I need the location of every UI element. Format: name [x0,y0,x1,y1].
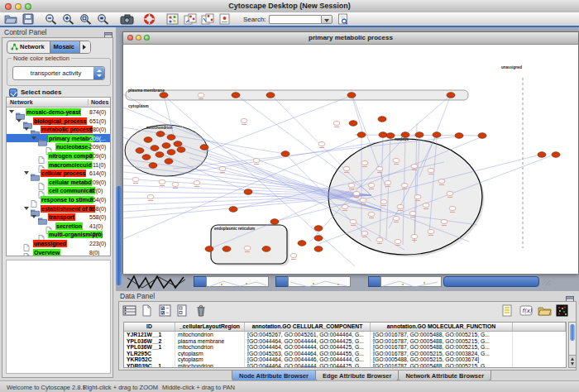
tab-overflow-arrow[interactable] [80,41,90,53]
tree-row[interactable]: macromolecule311(0) [7,160,110,170]
delete-icon[interactable] [195,304,208,317]
expander-icon[interactable] [24,207,29,210]
table-row[interactable]: YPL036W__2plasma membrane[GO:0044464, GO… [124,338,566,345]
select-nodes-checkbox[interactable] [9,88,17,97]
expander-icon[interactable] [24,127,29,131]
float-panel-icon[interactable] [566,292,574,299]
tree-row[interactable]: primary metabo209(... [7,134,110,143]
help-icon[interactable] [143,13,156,25]
table-cell: YDR039C__1 [124,363,175,368]
tree-row[interactable]: unassigned223(0) [7,239,110,248]
plugin-grid-icon[interactable] [166,13,179,25]
table-scrollbar[interactable] [568,322,577,368]
expander-icon[interactable] [17,119,22,122]
overview-window-thumbnail[interactable] [126,275,187,291]
attribute-table-icon[interactable] [122,304,136,317]
zoom-in-icon[interactable] [62,13,75,25]
status-welcome: Welcome to Cytoscape 2.8.1 [7,384,86,391]
tree-row[interactable]: biological_process651(0) [7,117,110,126]
network-overlay-b-icon[interactable] [201,13,214,25]
tree-row[interactable]: nucleobase-209(0) [7,142,110,151]
desktop-horizontal-scrollbar[interactable] [443,276,539,287]
control-panel-tabs: Network Mosaic [7,41,91,54]
file-icon [23,249,30,257]
tree-row[interactable]: cellular metabo209(0) [7,178,110,187]
expander-icon[interactable] [31,136,36,140]
unassigned-label: unassigned [501,65,522,69]
column-header[interactable]: annotation.GO CELLULAR_COMPONENT [245,323,371,331]
new-attribute-icon[interactable] [141,304,154,317]
search-field[interactable] [269,15,321,24]
minimized-window-thumbnail[interactable] [380,276,442,287]
expander-icon[interactable] [9,110,14,113]
table-row[interactable]: YPL036W__1mitochondrion[GO:0044464, GO:0… [124,344,566,351]
tab-mosaic[interactable]: Mosaic [50,41,80,53]
snapshot-icon[interactable] [120,13,133,25]
data-panel: Data Panel f(x) ID_cellularLayoutRegiona… [116,291,579,380]
zoom-out-icon[interactable] [45,13,58,25]
search-label: Search: [243,16,266,23]
tree-item-label: primary metabo [48,135,93,142]
unselect-all-icon[interactable] [177,304,190,317]
tree-row[interactable]: cell communicat22(0) [7,186,110,195]
float-panel-icon[interactable] [104,28,112,36]
tree-row[interactable]: secretion41(0) [7,222,110,231]
table-scrollbar-thumb[interactable] [570,324,575,341]
attribute-table[interactable]: ID_cellularLayoutRegionannotation.GO CEL… [123,322,567,368]
table-row[interactable]: YJR121W__1mitochondrion[GO:0045267, GO:0… [124,332,566,338]
tree-row[interactable]: nitrogen compo209(0) [7,151,110,160]
network-window[interactable]: primary metabolic process plasma membran… [122,31,579,274]
tree-row[interactable]: multi-organism pro42(0) [7,230,110,239]
expander-icon[interactable] [24,171,29,174]
network-desktop[interactable]: primary metabolic process plasma membran… [116,27,579,291]
minimized-window-icon[interactable] [368,276,381,287]
birdseye-view[interactable] [6,260,111,374]
table-row[interactable]: YDR039C__1mitochondrion[GO:0044464, GO:0… [124,363,566,368]
search-doc-icon[interactable] [337,13,350,25]
column-header[interactable]: ID [124,323,175,331]
minimized-window-thumbnail[interactable] [288,276,351,287]
tree-row[interactable]: establishment of lo558(0) [7,204,110,213]
network-window-titlebar[interactable]: primary metabolic process [123,32,578,45]
tree-column-nodes[interactable]: Nodes [88,99,108,105]
tree-row[interactable]: mosaic-demo-yeast874(0) [7,108,110,117]
import-attributes-icon[interactable] [538,304,551,317]
tree-row[interactable]: transport558(0) [7,213,110,222]
desktop-scrollbar-thumb[interactable] [116,186,122,285]
minimized-window-icon[interactable] [194,276,207,287]
dropdown-stepper-icon[interactable] [93,67,104,79]
search-input[interactable] [269,15,333,24]
expander-icon[interactable] [31,215,36,218]
tree-row[interactable]: metabolic process280(0) [7,125,110,134]
table-scrollbar-arrows[interactable] [569,355,576,367]
column-header[interactable]: annotation.GO MOLECULAR_FUNCTION [371,323,513,331]
tree-column-network[interactable]: Network [10,99,33,105]
tree-item-label: biological_process [33,117,87,125]
search-dropdown-button[interactable] [321,15,333,24]
function-builder-icon[interactable]: f(x) [519,304,533,317]
network-overlay-a-icon[interactable] [184,13,197,25]
tree-row[interactable]: response to stimul264(0) [7,195,110,204]
zoom-selected-icon[interactable] [79,13,93,25]
select-all-icon[interactable] [159,304,172,317]
table-row[interactable]: YKR052Ccytoplasm[GO:0044464, GO:0044446,… [124,356,566,363]
attribute-matrix-icon[interactable] [556,304,569,317]
save-icon[interactable] [22,13,35,25]
tree-row[interactable]: cellular process614(0) [7,169,110,178]
zoom-fit-icon[interactable] [97,13,110,25]
tree-header[interactable]: Network Nodes [7,98,110,108]
table-header-row: ID_cellularLayoutRegionannotation.GO CEL… [124,323,566,332]
tab-network[interactable]: Network [7,41,50,53]
open-icon[interactable] [4,13,17,25]
color-attribute-dropdown[interactable]: transporter activity [12,66,105,80]
attribute-list-icon[interactable] [501,304,514,317]
table-row[interactable]: YLR295Ccytoplasm[GO:0045263, GO:0044464,… [124,351,566,357]
tree-row[interactable]: Overview8(0) [7,248,110,257]
tree-item-count: 651(0) [89,117,106,125]
network-canvas[interactable]: plasma membrane cytoplasm mitochondrion … [123,45,578,274]
annotation-icon[interactable] [218,13,232,25]
minimized-window-thumbnail[interactable] [206,276,269,287]
minimized-window-icon[interactable] [275,276,289,287]
window-resize-grip[interactable] [543,277,551,285]
column-header[interactable]: _cellularLayoutRegion [175,323,245,331]
